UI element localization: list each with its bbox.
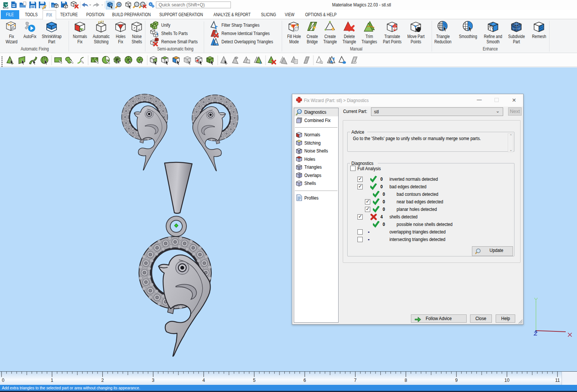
svg-text:3: 3 [152, 378, 154, 383]
svg-text:5: 5 [253, 378, 256, 383]
svg-text:7: 7 [354, 378, 357, 383]
svg-text:0: 0 [2, 378, 5, 383]
svg-text:10: 10 [504, 378, 510, 383]
svg-text:8: 8 [405, 378, 407, 383]
svg-text:11: 11 [555, 378, 560, 383]
svg-text:9: 9 [455, 378, 458, 383]
svg-text:2: 2 [101, 378, 104, 383]
svg-text:6: 6 [304, 378, 306, 383]
svg-text:1: 1 [51, 378, 53, 383]
svg-text:4: 4 [202, 378, 205, 383]
